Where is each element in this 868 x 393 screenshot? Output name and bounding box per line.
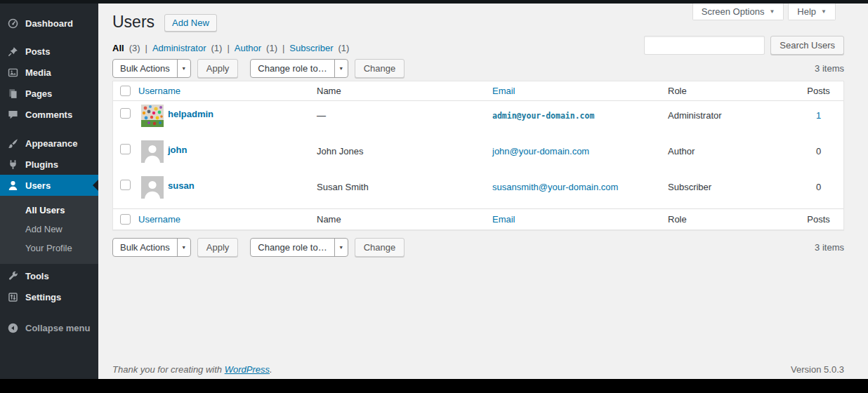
change-role-select[interactable]: Change role to… ▼ xyxy=(250,59,348,78)
sort-username-header[interactable]: Username xyxy=(138,214,180,225)
collapse-arrow-icon xyxy=(6,321,20,335)
username-link[interactable]: susan xyxy=(168,180,195,191)
tablenav-top: Bulk Actions ▼ Apply Change role to… ▼ C… xyxy=(112,58,844,78)
help-label: Help xyxy=(797,6,816,17)
filter-all-count: (3) xyxy=(129,43,140,53)
sidebar-item-tools[interactable]: Tools xyxy=(0,265,98,286)
bulk-controls: Bulk Actions ▼ Apply Change role to… ▼ C… xyxy=(112,238,405,257)
filter-all-link[interactable]: All xyxy=(112,43,124,53)
search-users-button[interactable]: Search Users xyxy=(770,36,844,55)
add-new-button[interactable]: Add New xyxy=(164,14,217,32)
user-search-box: Search Users xyxy=(644,36,844,55)
submenu-item-add-new[interactable]: Add New xyxy=(0,220,98,239)
filter-administrator-link[interactable]: Administrator xyxy=(152,43,206,53)
items-count: 3 items xyxy=(815,63,844,74)
dashboard-icon xyxy=(6,16,20,30)
change-button[interactable]: Change xyxy=(355,238,405,257)
submenu-item-your-profile[interactable]: Your Profile xyxy=(0,239,98,258)
wordpress-admin-screen: Dashboard Posts Media Pages xyxy=(0,0,868,393)
change-role-selected-value: Change role to… xyxy=(251,239,334,256)
posts-column-header: Posts xyxy=(807,86,830,96)
screen-meta-links: Screen Options ▼ Help ▼ xyxy=(692,4,836,20)
apply-button[interactable]: Apply xyxy=(197,238,239,257)
screen-options-label: Screen Options xyxy=(702,6,765,17)
filter-label: Subscriber xyxy=(289,43,333,53)
filter-separator: | xyxy=(145,43,147,53)
select-all-checkbox[interactable] xyxy=(120,86,131,96)
change-role-selected-value: Change role to… xyxy=(251,60,334,77)
sidebar-item-media[interactable]: Media xyxy=(0,62,98,83)
footer-period: . xyxy=(270,364,272,375)
posts-column-header: Posts xyxy=(807,214,830,225)
row-checkbox[interactable] xyxy=(120,108,131,119)
screen-options-button[interactable]: Screen Options ▼ xyxy=(692,4,784,20)
sort-email-header[interactable]: Email xyxy=(492,214,515,225)
user-role: Author xyxy=(668,146,695,156)
posts-count: 0 xyxy=(816,182,821,192)
filter-subscriber-link[interactable]: Subscriber xyxy=(289,43,333,53)
sidebar-item-label: Plugins xyxy=(25,159,58,170)
table-row: susan Susan Smith susansmith@your-domain… xyxy=(113,173,843,208)
posts-count: 0 xyxy=(816,146,821,156)
sidebar-item-appearance[interactable]: Appearance xyxy=(0,133,98,154)
change-button[interactable]: Change xyxy=(355,59,405,78)
email-link[interactable]: john@your-domain.com xyxy=(492,146,589,156)
chevron-down-icon: ▼ xyxy=(769,8,775,15)
sort-username-header[interactable]: Username xyxy=(138,86,180,96)
avatar xyxy=(141,140,164,163)
apply-button[interactable]: Apply xyxy=(197,59,239,78)
sidebar-item-comments[interactable]: Comments xyxy=(0,104,98,125)
sort-email-header[interactable]: Email xyxy=(492,86,515,96)
row-checkbox[interactable] xyxy=(120,144,131,154)
sidebar-item-label: Users xyxy=(25,180,51,191)
items-count: 3 items xyxy=(815,242,844,253)
table-row: john John Jones john@your-domain.com Aut… xyxy=(113,137,843,173)
comment-bubble-icon xyxy=(6,107,20,121)
submenu-item-all-users[interactable]: All Users xyxy=(0,201,98,220)
bulk-actions-selected-value: Bulk Actions xyxy=(113,60,177,77)
chevron-down-icon: ▼ xyxy=(821,8,827,15)
sidebar-item-label: Appearance xyxy=(25,138,77,149)
email-link[interactable]: admin@your-domain.com xyxy=(492,111,594,121)
email-link[interactable]: susansmith@your-domain.com xyxy=(492,182,618,192)
media-icon xyxy=(6,65,20,79)
bulk-actions-selected-value: Bulk Actions xyxy=(113,239,177,256)
bulk-actions-select[interactable]: Bulk Actions ▼ xyxy=(112,238,191,257)
posts-count-link[interactable]: 1 xyxy=(816,110,821,121)
sidebar-item-pages[interactable]: Pages xyxy=(0,83,98,104)
select-caret-icon: ▼ xyxy=(334,239,348,256)
filter-author-link[interactable]: Author xyxy=(235,43,261,53)
row-checkbox[interactable] xyxy=(120,180,131,190)
sidebar-item-label: Dashboard xyxy=(25,18,73,29)
collapse-menu-button[interactable]: Collapse menu xyxy=(0,317,98,338)
select-all-checkbox[interactable] xyxy=(120,214,131,225)
sidebar-item-users[interactable]: Users xyxy=(0,175,98,196)
bulk-controls: Bulk Actions ▼ Apply Change role to… ▼ C… xyxy=(112,59,405,78)
filter-all-label: All xyxy=(112,43,124,53)
change-role-select[interactable]: Change role to… ▼ xyxy=(250,238,348,257)
sidebar-item-dashboard[interactable]: Dashboard xyxy=(0,13,98,34)
avatar xyxy=(141,176,164,199)
username-link[interactable]: helpadmin xyxy=(168,109,213,119)
sidebar-item-settings[interactable]: Settings xyxy=(0,286,98,307)
sidebar-item-posts[interactable]: Posts xyxy=(0,41,98,62)
help-button[interactable]: Help ▼ xyxy=(788,4,836,20)
content-area: Screen Options ▼ Help ▼ Users Add New Al… xyxy=(98,4,868,379)
sidebar-item-label: Pages xyxy=(25,88,52,99)
filter-count: (1) xyxy=(266,43,277,53)
filter-separator: | xyxy=(227,43,229,53)
wordpress-link[interactable]: WordPress xyxy=(225,364,270,375)
search-users-input[interactable] xyxy=(644,36,765,55)
name-column-header: Name xyxy=(317,214,341,225)
username-link[interactable]: john xyxy=(168,145,187,155)
user-name: — xyxy=(317,110,326,121)
table-row: helpadmin — admin@your-domain.com Admini… xyxy=(113,101,843,137)
avatar xyxy=(141,105,164,127)
name-column-header: Name xyxy=(317,86,341,96)
tablenav-bottom: Bulk Actions ▼ Apply Change role to… ▼ C… xyxy=(112,237,844,257)
wrench-icon xyxy=(6,269,20,283)
table-header-row: Username Name Email Role Posts xyxy=(113,81,843,101)
bulk-actions-select[interactable]: Bulk Actions ▼ xyxy=(112,59,191,78)
sidebar-item-plugins[interactable]: Plugins xyxy=(0,154,98,175)
table-footer-header-row: Username Name Email Role Posts xyxy=(113,208,843,229)
